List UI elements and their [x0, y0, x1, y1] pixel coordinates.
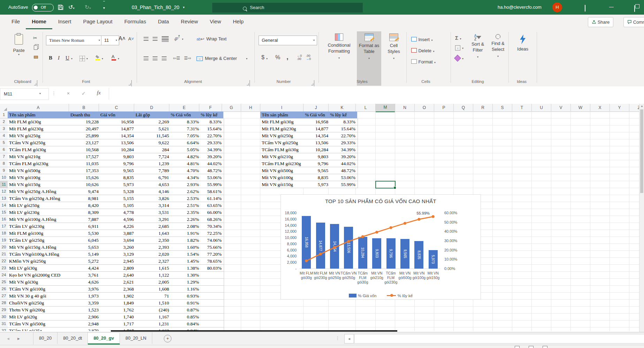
cell[interactable]: Mít VN gói100g	[8, 174, 70, 181]
cell[interactable]: 39.20%	[329, 153, 358, 160]
name-box-dropdown-icon[interactable]: ▾	[39, 92, 41, 95]
cell[interactable]	[199, 293, 224, 300]
avatar[interactable]: H	[552, 2, 562, 12]
column-header-P[interactable]: P	[434, 104, 454, 112]
main-table-header-cell[interactable]: Giá vốn	[99, 111, 136, 118]
autosave-toggle[interactable]: Off	[32, 4, 54, 11]
align-top-icon[interactable]	[144, 37, 148, 41]
cell[interactable]: 22.70%	[329, 132, 358, 139]
cell[interactable]: Mít FLM gói30g	[260, 118, 305, 125]
accounting-format-icon[interactable]: $	[261, 54, 264, 61]
undo-button[interactable]: ↺▾	[68, 0, 74, 16]
align-left-icon[interactable]	[144, 56, 148, 60]
row-header-24[interactable]: 24	[0, 272, 8, 279]
comma-style-icon[interactable]: ,	[286, 53, 289, 61]
save-icon[interactable]	[58, 4, 64, 12]
percent-style-icon[interactable]: %	[275, 54, 280, 61]
cell[interactable]: 5.05%	[169, 146, 201, 153]
menu-tab-file[interactable]: File	[6, 15, 26, 28]
side-table-header-cell[interactable]: % Giá vốn	[304, 111, 330, 118]
borders-dropdown-icon[interactable]: ▾	[86, 57, 88, 60]
cell[interactable]: 22.70%	[199, 132, 224, 139]
cell[interactable]: Kẹo bơ VN gói2000g CED	[8, 272, 70, 279]
title-dropdown-icon[interactable]: ▾	[183, 0, 185, 15]
cell[interactable]: 44.02%	[199, 160, 224, 167]
fill-color-dropdown-icon[interactable]: ▾	[102, 57, 103, 60]
main-table-header-cell[interactable]: % lũy kế	[199, 111, 223, 118]
cell[interactable]: 8,981	[69, 195, 101, 202]
cell[interactable]: Mít VN gói250g	[260, 132, 305, 139]
cell[interactable]: 0.91%	[169, 300, 201, 307]
cell[interactable]: 1,849	[99, 300, 136, 307]
decrease-font-icon[interactable]: A˅	[128, 36, 134, 41]
cell[interactable]: 2,393	[134, 244, 171, 251]
cell[interactable]: 1.54%	[169, 251, 201, 258]
cell[interactable]: 5,973	[304, 181, 331, 188]
document-title[interactable]: 03_Phan_Tich_80_20	[132, 0, 179, 15]
page-layout-view-icon[interactable]	[529, 346, 534, 348]
cell[interactable]: 0.93%	[169, 293, 201, 300]
column-header-D[interactable]: D	[134, 104, 169, 112]
cell[interactable]: Mít FLM gói230g	[260, 125, 305, 132]
column-header-J[interactable]: J	[304, 104, 329, 112]
column-header-S[interactable]: S	[493, 104, 512, 112]
cell[interactable]: TCẩm VNgói100gA.Hồng	[8, 251, 70, 258]
select-all-corner[interactable]	[0, 104, 8, 112]
cell[interactable]: Mít VN gói150g	[260, 181, 305, 188]
format-painter-icon[interactable]	[34, 56, 38, 59]
cell[interactable]: 1,762	[99, 307, 136, 314]
cell[interactable]: TCẩm VN gói250g	[8, 139, 70, 146]
cell[interactable]: 2,685	[134, 223, 171, 230]
decrease-indent-icon[interactable]: ⇦☰	[173, 56, 180, 61]
cell[interactable]: 2.51%	[169, 202, 201, 209]
cell[interactable]: Mít VN gói250g A.Hồng	[8, 188, 70, 195]
cell[interactable]: 1,122	[134, 272, 171, 279]
ribbon-display-options-icon[interactable]	[585, 5, 585, 11]
main-table-header-cell[interactable]: Doanh thu	[69, 111, 100, 118]
cell[interactable]: 0.87%	[169, 307, 201, 314]
cell[interactable]: 3,694	[99, 237, 136, 244]
search-input[interactable]: Search	[212, 2, 363, 13]
cell[interactable]: 3,314	[134, 202, 171, 209]
cell[interactable]: 4.82%	[169, 153, 201, 160]
cell[interactable]: 1.38%	[169, 265, 201, 272]
row-header-32[interactable]: 32	[0, 327, 8, 331]
sheet-tab-80_20_gv[interactable]: 80_20_gv	[88, 333, 120, 345]
column-header-T[interactable]: T	[512, 104, 532, 112]
cell[interactable]: 1.82%	[169, 237, 201, 244]
row-header-27[interactable]: 27	[0, 293, 8, 300]
cell[interactable]: TCẩm VN gói100g	[8, 286, 70, 293]
column-header-F[interactable]: F	[199, 104, 222, 112]
menu-tab-help[interactable]: Help	[227, 15, 250, 28]
cell[interactable]: 2,350	[134, 237, 171, 244]
column-header-A[interactable]: A	[8, 104, 69, 112]
cell[interactable]: 2.62%	[169, 188, 201, 195]
fill-dropdown-icon[interactable]: ▾	[462, 47, 463, 50]
insert-function-icon[interactable]: fx	[97, 90, 101, 96]
cell[interactable]: 2,948	[69, 320, 101, 327]
cell[interactable]: TCẩm LV gói250g	[8, 237, 70, 244]
cell[interactable]: 15,626	[69, 174, 101, 181]
cell[interactable]: 7,789	[134, 167, 171, 174]
menu-tab-insert[interactable]: Insert	[52, 15, 77, 28]
cell[interactable]: 5,328	[99, 188, 136, 195]
cell[interactable]: 14,354	[304, 132, 331, 139]
page-break-view-icon[interactable]	[543, 346, 547, 348]
cell[interactable]: 4,146	[134, 188, 171, 195]
autosum-icon[interactable]: Σ ▾	[455, 35, 461, 41]
cell[interactable]: 2,269	[134, 118, 171, 125]
cell[interactable]	[199, 320, 224, 327]
column-header-U[interactable]: U	[532, 104, 551, 112]
cell[interactable]: 3,826	[134, 195, 171, 202]
sheet-tab-80_20_dt[interactable]: 80_20_dt	[58, 332, 88, 344]
cell[interactable]: 3,129	[99, 251, 136, 258]
cell[interactable]: 3,531	[134, 209, 171, 216]
font-dialog-launcher-icon[interactable]	[131, 80, 132, 86]
underline-dropdown-icon[interactable]: ▾	[71, 57, 72, 60]
cell[interactable]: 4,653	[134, 181, 171, 188]
cell[interactable]: 4.70%	[169, 167, 201, 174]
cell[interactable]: 61.14%	[199, 195, 224, 202]
number-dialog-launcher-icon[interactable]	[314, 80, 314, 86]
fill-color-icon[interactable]	[95, 55, 100, 60]
menu-tab-view[interactable]: View	[204, 15, 227, 28]
